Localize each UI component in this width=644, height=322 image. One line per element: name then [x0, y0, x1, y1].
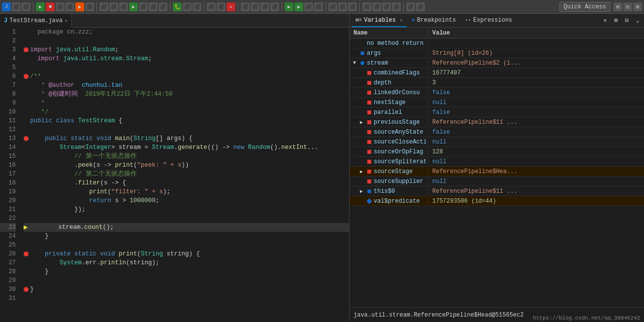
tab-close-icon[interactable]: ✕ [64, 18, 67, 24]
toolbar-icon-36[interactable]: ⬛ [392, 2, 401, 11]
var-cell-value: null [428, 178, 451, 185]
var-row[interactable]: sourceSpliterato null [350, 157, 644, 167]
toolbar-right-icon-3[interactable]: ⊠ [633, 2, 642, 11]
var-name: sourceSpliterato [374, 158, 426, 165]
toolbar-icon-6[interactable]: ⬛ [56, 2, 64, 11]
toolbar-icon-10[interactable]: ⬛ [99, 2, 108, 11]
toolbar-icon-21[interactable]: ✕ [226, 2, 235, 11]
var-row[interactable]: combinedFlags 16777407 [350, 68, 644, 78]
var-row[interactable]: sourceAnyState false [350, 127, 644, 137]
var-name: no method return [367, 40, 423, 47]
toolbar-sep-3 [170, 2, 170, 12]
var-row[interactable]: args String[0] (id=26) [350, 48, 644, 58]
toolbar-icon-27[interactable]: ▶ [294, 2, 303, 11]
editor-tab-teststream[interactable]: J TestStream.java ✕ [0, 14, 72, 28]
toolbar-icon-26[interactable]: ▶ [285, 2, 293, 11]
toolbar-icon-11[interactable]: ⬛ [109, 2, 118, 11]
variables-tab-label: Variables [364, 17, 396, 24]
toolbar-icon-15[interactable]: ⬛ [149, 2, 158, 11]
var-cell-name: parallel [350, 109, 428, 116]
toolbar-icon-7[interactable]: ⬛ [65, 2, 74, 11]
var-row[interactable]: sourceCloseActi null [350, 137, 644, 147]
toolbar-icon-19[interactable]: ⬛ [207, 2, 216, 11]
toolbar-icon-12[interactable]: ⬛ [119, 2, 128, 11]
var-cell-name: ▶ this$0 [350, 188, 428, 195]
toolbar-icon-14[interactable]: ⬛ [139, 2, 148, 11]
breakpoints-icon: ● [412, 17, 415, 23]
var-cell-name: depth [350, 79, 428, 86]
toolbar-right-icon-2[interactable]: ⊟ [623, 2, 632, 11]
debug-tab-breakpoints[interactable]: ● Breakpoints [408, 14, 460, 27]
variables-icon: H= [355, 17, 362, 23]
toolbar-icon-37[interactable]: ⬛ [406, 2, 415, 11]
url-bar: https://blog.csdn.net/qq_38846242 [529, 314, 644, 322]
debug-columns-btn[interactable]: ⊞ [612, 16, 620, 25]
toolbar-icon-5[interactable]: ■ [46, 2, 55, 11]
var-cell-name: combinedFlags [350, 70, 428, 76]
var-cell-value: false [428, 89, 454, 96]
editor-tabs: J TestStream.java ✕ [0, 14, 349, 28]
var-row[interactable]: val$predicate 1757293506 (id=44) [350, 196, 644, 206]
debug-tab-expressions[interactable]: •• Expressions [461, 14, 516, 27]
var-cell-name: no method return [350, 40, 428, 47]
debug-close-btn[interactable]: ✕ [601, 16, 610, 25]
tooltip-text: java.util.stream.ReferencePipeline$Head@… [354, 312, 524, 319]
toolbar-icon-debug[interactable]: 🐛 [173, 2, 182, 11]
toolbar-icon-8[interactable]: ▶ [75, 2, 84, 11]
toolbar-icon-4[interactable]: ▶ [36, 2, 45, 11]
var-row[interactable]: ▶ previousStage ReferencePipeline$11 ... [350, 117, 644, 127]
var-row[interactable]: parallel false [350, 107, 644, 117]
toolbar-icon-35[interactable]: ⬛ [382, 2, 391, 11]
toolbar-icon-1[interactable]: J [2, 2, 11, 11]
toolbar-right-icon-1[interactable]: ⊞ [613, 2, 622, 11]
var-name: sourceAnyState [374, 129, 423, 136]
var-row[interactable]: sourceOrOpFlag 128 [350, 147, 644, 157]
toolbar-icon-31[interactable]: ⬛ [338, 2, 347, 11]
debug-tab-variables[interactable]: H= Variables ✕ [352, 14, 407, 27]
var-row[interactable]: no method return [350, 38, 644, 48]
toolbar-icon-17[interactable]: ⬛ [183, 2, 192, 11]
var-cell-name: sourceSpliterato [350, 158, 428, 165]
var-row[interactable]: linkedOrConsu false [350, 88, 644, 98]
debug-minimize-btn[interactable]: ⊟ [622, 16, 631, 25]
toolbar-icon-18[interactable]: ⬛ [193, 2, 201, 11]
var-row[interactable]: ▶ sourceStage ReferencePipeline$Hea... [350, 167, 644, 177]
var-cell-value: 3 [428, 79, 440, 86]
toolbar-sep-4 [204, 2, 204, 12]
toolbar-icon-28[interactable]: ⬛ [304, 2, 313, 11]
debug-chevron-btn[interactable]: ⌄ [633, 16, 642, 25]
toolbar-icon-23[interactable]: ⬛ [251, 2, 259, 11]
var-cell-value: null [428, 158, 451, 165]
toolbar-icon-29[interactable]: ⬛ [314, 2, 323, 11]
variables-tab-close[interactable]: ✕ [400, 17, 403, 23]
toolbar-icon-34[interactable]: ⬛ [372, 2, 381, 11]
toolbar-icon-22[interactable]: ⬛ [241, 2, 250, 11]
var-cell-value: false [428, 129, 454, 136]
var-name: stream [367, 60, 388, 67]
toolbar-icon-38[interactable]: ⬛ [416, 2, 425, 11]
toolbar-icon-30[interactable]: ⬛ [328, 2, 337, 11]
variables-table[interactable]: no method return args String[0] (id=26) … [350, 38, 644, 307]
var-cell-value: 128 [428, 148, 447, 155]
quick-access-input[interactable]: Quick Access [559, 2, 611, 12]
var-row[interactable]: ▼ stream ReferencePipeline$2 (i... [350, 58, 644, 68]
var-row[interactable]: depth 3 [350, 78, 644, 88]
toolbar-icon-9[interactable]: ⬛ [85, 2, 94, 11]
var-row[interactable]: ▶ this$0 ReferencePipeline$11 ... [350, 186, 644, 196]
toolbar-icon-20[interactable]: ⬛ [217, 2, 225, 11]
toolbar-icon-13[interactable]: ▶ [129, 2, 138, 11]
toolbar-icon-16[interactable]: ⬛ [159, 2, 167, 11]
var-cell-name: sourceOrOpFlag [350, 148, 428, 155]
var-name: this$0 [374, 188, 395, 195]
debug-panel: H= Variables ✕ ● Breakpoints •• Expressi… [350, 14, 644, 322]
var-name: sourceSupplier [374, 178, 423, 185]
toolbar-icon-3[interactable]: ⬛ [22, 2, 31, 11]
var-row[interactable]: nextStage null [350, 98, 644, 107]
toolbar-icon-33[interactable]: ⬛ [362, 2, 371, 11]
var-cell-name: val$predicate [350, 198, 428, 205]
toolbar-icon-25[interactable]: ⬛ [270, 2, 279, 11]
var-row[interactable]: sourceSupplier null [350, 177, 644, 186]
toolbar-icon-32[interactable]: ⬛ [348, 2, 357, 11]
toolbar-icon-2[interactable]: ⬛ [12, 2, 21, 11]
toolbar-icon-24[interactable]: ⬛ [260, 2, 269, 11]
